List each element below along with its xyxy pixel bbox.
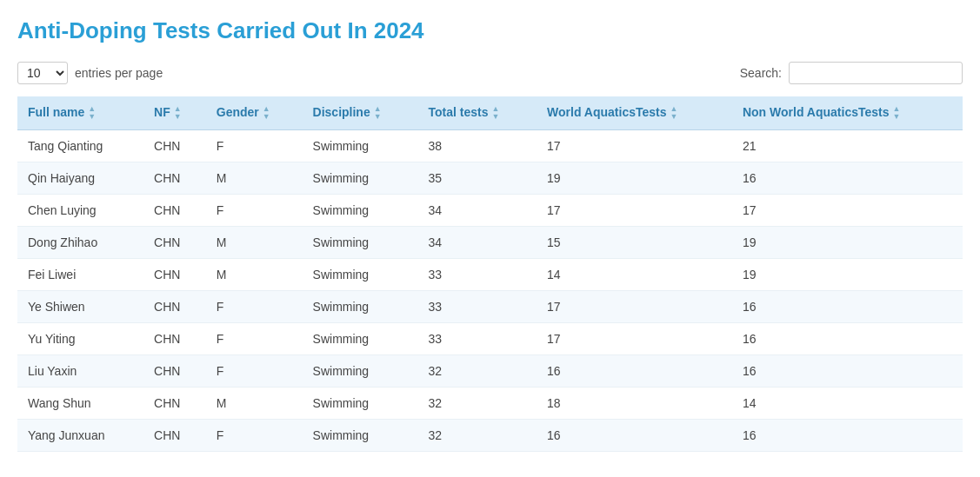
cell-world_tests: 16 <box>537 420 732 452</box>
table-row: Fei LiweiCHNMSwimming331419 <box>17 259 963 291</box>
cell-nf: CHN <box>143 388 206 420</box>
cell-discipline: Swimming <box>303 323 418 355</box>
cell-total_tests: 33 <box>418 323 537 355</box>
cell-full_name: Dong Zhihao <box>17 227 143 259</box>
cell-full_name: Fei Liwei <box>17 259 143 291</box>
col-header-total_tests[interactable]: Total tests▲▼ <box>418 96 537 130</box>
cell-non_world_tests: 19 <box>732 227 963 259</box>
table-body: Tang QiantingCHNFSwimming381721Qin Haiya… <box>17 130 963 452</box>
table-row: Yu YitingCHNFSwimming331716 <box>17 323 963 355</box>
entries-select[interactable]: 102550100 <box>17 62 68 84</box>
cell-nf: CHN <box>143 259 206 291</box>
cell-full_name: Chen Luying <box>17 195 143 227</box>
cell-nf: CHN <box>143 195 206 227</box>
sort-icon: ▲▼ <box>88 105 96 121</box>
table-row: Ye ShiwenCHNFSwimming331716 <box>17 291 963 323</box>
cell-total_tests: 32 <box>418 420 537 452</box>
cell-gender: M <box>206 388 303 420</box>
cell-non_world_tests: 16 <box>732 323 963 355</box>
table-row: Liu YaxinCHNFSwimming321616 <box>17 355 963 388</box>
cell-world_tests: 17 <box>537 130 732 162</box>
sort-icon: ▲▼ <box>374 105 382 121</box>
cell-nf: CHN <box>143 162 206 195</box>
search-label: Search: <box>740 66 782 80</box>
search-control: Search: <box>740 62 963 84</box>
cell-nf: CHN <box>143 291 206 323</box>
cell-total_tests: 34 <box>418 227 537 259</box>
cell-discipline: Swimming <box>303 259 418 291</box>
cell-total_tests: 35 <box>418 162 537 195</box>
cell-discipline: Swimming <box>303 355 418 388</box>
cell-nf: CHN <box>143 420 206 452</box>
cell-world_tests: 18 <box>537 388 732 420</box>
cell-discipline: Swimming <box>303 420 418 452</box>
cell-total_tests: 33 <box>418 291 537 323</box>
cell-discipline: Swimming <box>303 195 418 227</box>
cell-total_tests: 38 <box>418 130 537 162</box>
col-header-non_world_tests[interactable]: Non World AquaticsTests▲▼ <box>732 96 963 130</box>
table-row: Tang QiantingCHNFSwimming381721 <box>17 130 963 162</box>
cell-nf: CHN <box>143 323 206 355</box>
cell-nf: CHN <box>143 130 206 162</box>
cell-full_name: Wang Shun <box>17 388 143 420</box>
entries-label: entries per page <box>75 66 163 80</box>
cell-non_world_tests: 16 <box>732 355 963 388</box>
cell-full_name: Yang Junxuan <box>17 420 143 452</box>
cell-discipline: Swimming <box>303 130 418 162</box>
sort-icon: ▲▼ <box>491 105 499 121</box>
cell-non_world_tests: 16 <box>732 291 963 323</box>
cell-total_tests: 33 <box>418 259 537 291</box>
cell-gender: F <box>206 195 303 227</box>
col-header-discipline[interactable]: Discipline▲▼ <box>303 96 418 130</box>
cell-full_name: Tang Qianting <box>17 130 143 162</box>
cell-non_world_tests: 21 <box>732 130 963 162</box>
cell-non_world_tests: 19 <box>732 259 963 291</box>
controls-bar: 102550100 entries per page Search: <box>17 62 963 84</box>
col-header-full_name[interactable]: Full name▲▼ <box>17 96 143 130</box>
cell-nf: CHN <box>143 227 206 259</box>
sort-icon: ▲▼ <box>893 105 901 121</box>
table-header: Full name▲▼NF▲▼Gender▲▼Discipline▲▼Total… <box>17 96 963 130</box>
col-header-world_tests[interactable]: World AquaticsTests▲▼ <box>537 96 732 130</box>
cell-world_tests: 17 <box>537 291 732 323</box>
cell-world_tests: 16 <box>537 355 732 388</box>
entries-control: 102550100 entries per page <box>17 62 163 84</box>
cell-discipline: Swimming <box>303 291 418 323</box>
col-header-nf[interactable]: NF▲▼ <box>143 96 206 130</box>
cell-world_tests: 17 <box>537 323 732 355</box>
cell-gender: M <box>206 259 303 291</box>
table-row: Wang ShunCHNMSwimming321814 <box>17 388 963 420</box>
cell-gender: F <box>206 323 303 355</box>
cell-discipline: Swimming <box>303 388 418 420</box>
cell-world_tests: 19 <box>537 162 732 195</box>
col-header-gender[interactable]: Gender▲▼ <box>206 96 303 130</box>
cell-full_name: Ye Shiwen <box>17 291 143 323</box>
cell-total_tests: 32 <box>418 388 537 420</box>
cell-gender: F <box>206 355 303 388</box>
cell-discipline: Swimming <box>303 162 418 195</box>
cell-non_world_tests: 16 <box>732 162 963 195</box>
sort-icon: ▲▼ <box>263 105 270 121</box>
cell-world_tests: 15 <box>537 227 732 259</box>
sort-icon: ▲▼ <box>174 105 182 121</box>
cell-gender: M <box>206 162 303 195</box>
cell-non_world_tests: 16 <box>732 420 963 452</box>
cell-total_tests: 34 <box>418 195 537 227</box>
cell-world_tests: 17 <box>537 195 732 227</box>
cell-discipline: Swimming <box>303 227 418 259</box>
cell-gender: M <box>206 227 303 259</box>
table-row: Dong ZhihaoCHNMSwimming341519 <box>17 227 963 259</box>
table-row: Yang JunxuanCHNFSwimming321616 <box>17 420 963 452</box>
table-row: Qin HaiyangCHNMSwimming351916 <box>17 162 963 195</box>
cell-non_world_tests: 14 <box>732 388 963 420</box>
cell-gender: F <box>206 420 303 452</box>
table-row: Chen LuyingCHNFSwimming341717 <box>17 195 963 227</box>
page-title: Anti-Doping Tests Carried Out In 2024 <box>17 17 963 44</box>
search-input[interactable] <box>789 62 963 84</box>
cell-full_name: Liu Yaxin <box>17 355 143 388</box>
sort-icon: ▲▼ <box>670 105 678 121</box>
cell-non_world_tests: 17 <box>732 195 963 227</box>
data-table: Full name▲▼NF▲▼Gender▲▼Discipline▲▼Total… <box>17 96 963 452</box>
cell-gender: F <box>206 291 303 323</box>
cell-total_tests: 32 <box>418 355 537 388</box>
